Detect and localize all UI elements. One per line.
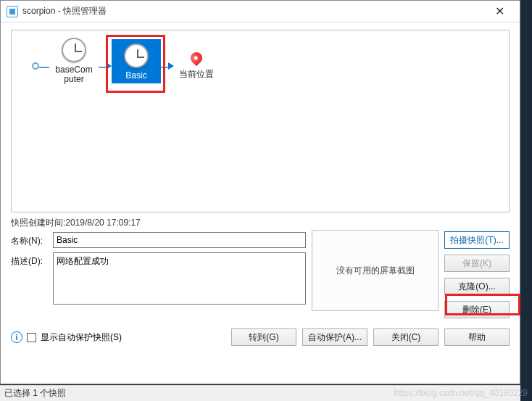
- delete-button[interactable]: 删除(E): [444, 301, 510, 318]
- created-value: 2019/8/20 17:09:17: [65, 218, 140, 228]
- status-bar: 已选择 1 个快照: [0, 385, 520, 401]
- current-position-node[interactable]: 当前位置: [174, 41, 219, 80]
- keep-button[interactable]: 保留(K): [444, 255, 510, 272]
- titlebar[interactable]: scorpion - 快照管理器 ✕: [1, 1, 520, 22]
- info-icon[interactable]: i: [11, 331, 22, 343]
- name-label: 名称(N):: [11, 232, 53, 247]
- description-label: 描述(D):: [11, 252, 53, 268]
- side-buttons: 拍摄快照(T)... 保留(K) 克隆(O)... 删除(E): [444, 231, 510, 318]
- status-text: 已选择 1 个快照: [4, 387, 66, 400]
- description-input[interactable]: [53, 252, 306, 305]
- no-screenshot-text: 没有可用的屏幕截图: [336, 265, 415, 277]
- show-autoprotect-label: 显示自动保护快照(S): [41, 331, 122, 344]
- arrow-icon: [106, 62, 112, 70]
- name-input[interactable]: [53, 232, 306, 248]
- clock-icon: [124, 44, 149, 68]
- close-dialog-button[interactable]: 关闭(C): [373, 328, 439, 346]
- node-label: Basic: [125, 71, 146, 80]
- clock-icon: [62, 38, 86, 62]
- show-autoprotect-checkbox[interactable]: [27, 333, 36, 342]
- arrow-icon: [168, 62, 174, 70]
- take-snapshot-button[interactable]: 拍摄快照(T)...: [444, 231, 510, 249]
- footer: i 显示自动保护快照(S) 转到(G) 自动保护(A)... 关闭(C) 帮助: [11, 328, 510, 346]
- content: baseCom puter Basic 当前位置: [1, 22, 520, 384]
- start-node[interactable]: [32, 62, 39, 70]
- pin-icon: [188, 50, 205, 67]
- connector: [39, 67, 49, 68]
- snapshot-manager-window: scorpion - 快照管理器 ✕ baseCom puter Basic: [0, 0, 520, 384]
- connector: [99, 67, 106, 68]
- node-label: 当前位置: [179, 68, 214, 80]
- snapshot-node-basic[interactable]: Basic: [113, 39, 159, 83]
- close-button[interactable]: ✕: [485, 1, 514, 22]
- created-time: 快照创建时间:2019/8/20 17:09:17: [11, 217, 306, 229]
- connector: [161, 67, 168, 68]
- window-title: scorpion - 快照管理器: [22, 5, 485, 17]
- details-pane: 快照创建时间:2019/8/20 17:09:17 名称(N): 描述(D): …: [11, 217, 510, 318]
- help-button[interactable]: 帮助: [444, 328, 510, 346]
- app-icon: [7, 6, 18, 17]
- clone-button[interactable]: 克隆(O)...: [444, 278, 510, 295]
- node-label: baseCom puter: [55, 65, 92, 84]
- snapshot-node-basecomputer[interactable]: baseCom puter: [51, 38, 97, 84]
- autoprotect-button[interactable]: 自动保护(A)...: [302, 328, 367, 346]
- screenshot-preview: 没有可用的屏幕截图: [312, 230, 439, 311]
- created-prefix: 快照创建时间:: [11, 218, 65, 228]
- goto-button[interactable]: 转到(G): [231, 328, 296, 346]
- snapshot-tree[interactable]: baseCom puter Basic 当前位置: [11, 30, 510, 212]
